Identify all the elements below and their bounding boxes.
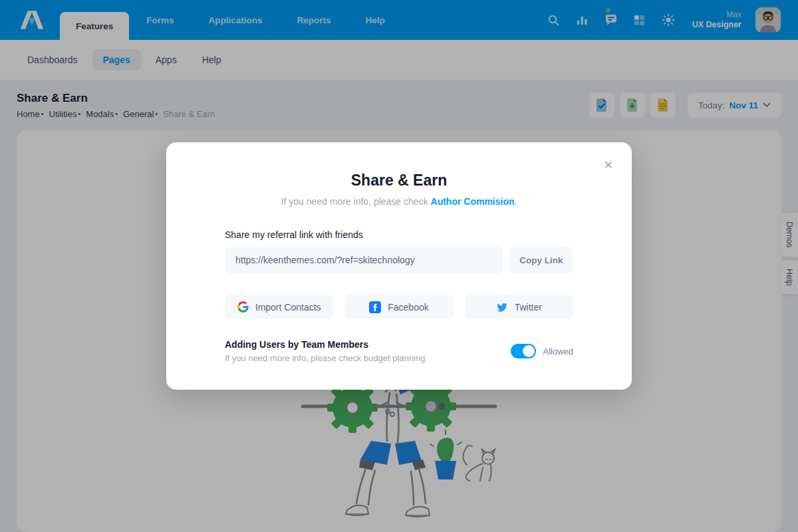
referral-link-input[interactable]: [225, 247, 503, 273]
copy-link-button[interactable]: Copy Link: [509, 247, 573, 273]
share-earn-modal: ✕ Share & Earn If you need more info, pl…: [166, 142, 632, 390]
import-contacts-button[interactable]: Import Contacts: [225, 295, 333, 319]
referral-row: Copy Link: [225, 247, 573, 273]
toggle-subtitle: If you need more info, please check budg…: [225, 353, 425, 363]
import-contacts-label: Import Contacts: [255, 302, 321, 313]
facebook-label: Facebook: [388, 302, 428, 313]
google-icon: [237, 301, 249, 313]
referral-label: Share my referral link with friends: [225, 229, 573, 240]
team-members-toggle-row: Adding Users by Team Members If you need…: [225, 339, 573, 363]
allowed-toggle-switch[interactable]: [511, 344, 536, 358]
toggle-title: Adding Users by Team Members: [225, 339, 425, 350]
toggle-knob: [523, 345, 535, 357]
close-icon[interactable]: ✕: [600, 156, 617, 175]
modal-title: Share & Earn: [225, 172, 573, 190]
modal-subtitle: If you need more info, please check Auth…: [225, 196, 573, 207]
twitter-label: Twitter: [515, 302, 542, 313]
modal-subtitle-period: .: [515, 196, 517, 207]
toggle-texts: Adding Users by Team Members If you need…: [225, 339, 425, 363]
toggle-state-label: Allowed: [543, 346, 573, 356]
twitter-share-button[interactable]: Twitter: [465, 295, 573, 319]
facebook-share-button[interactable]: Facebook: [344, 295, 453, 319]
modal-subtitle-text: If you need more info, please check: [281, 196, 428, 207]
twitter-icon: [496, 301, 508, 313]
facebook-icon: [369, 301, 381, 313]
social-buttons-row: Import Contacts Facebook Twitter: [225, 295, 573, 319]
toggle-control: Allowed: [511, 344, 573, 358]
author-commission-link[interactable]: Author Commision: [431, 196, 515, 207]
